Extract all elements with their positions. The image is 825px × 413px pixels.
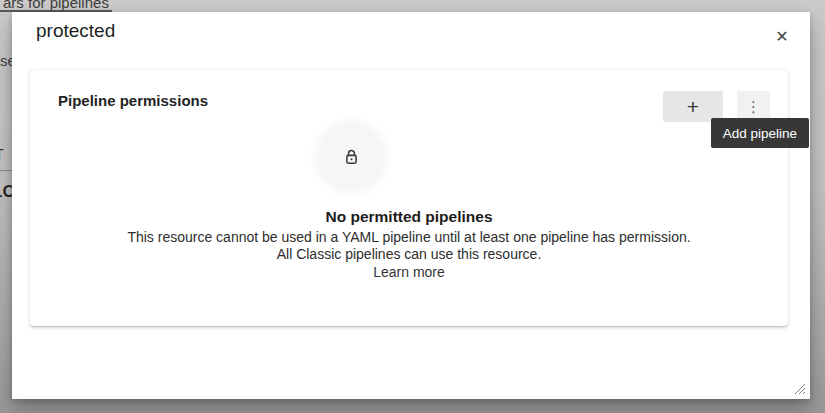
close-icon[interactable]: ✕ <box>767 21 797 51</box>
empty-state-description-line1: This resource cannot be used in a YAML p… <box>30 229 788 247</box>
empty-state-description-line2: All Classic pipelines can use this resou… <box>30 246 788 264</box>
empty-state-title: No permitted pipelines <box>30 208 788 226</box>
resize-grip[interactable] <box>792 381 806 395</box>
pipeline-permissions-card: Pipeline permissions + ⋮ No permitted pi… <box>30 70 788 326</box>
resource-permissions-dialog: protected ✕ Pipeline permissions + ⋮ No … <box>12 12 810 399</box>
dialog-title: protected <box>36 20 115 42</box>
learn-more-link[interactable]: Learn more <box>373 264 445 280</box>
card-heading: Pipeline permissions <box>58 92 208 109</box>
lock-icon <box>342 148 361 167</box>
empty-state-text: No permitted pipelines This resource can… <box>30 208 788 281</box>
add-pipeline-tooltip: Add pipeline <box>711 118 809 148</box>
empty-state-circle <box>321 127 381 187</box>
background-text-fragment: T <box>0 146 4 162</box>
